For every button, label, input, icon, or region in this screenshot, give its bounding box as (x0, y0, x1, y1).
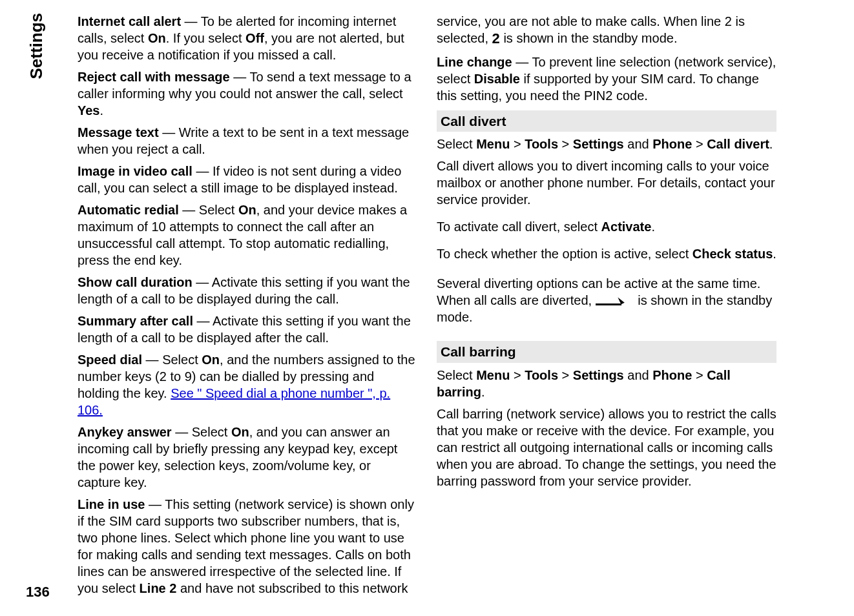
page-sidebar: Settings 136 (26, 13, 58, 602)
para-internet-call-alert: Internet call alert — To be alerted for … (78, 13, 417, 63)
term: Show call duration (78, 275, 193, 289)
text: . (99, 103, 103, 118)
text: . (773, 247, 776, 261)
menu-item: Phone (652, 137, 692, 151)
sep: and (624, 137, 652, 151)
text: . If you select (166, 31, 245, 45)
sep: > (510, 137, 525, 151)
option: Off (245, 31, 264, 45)
text: . (481, 385, 485, 399)
text: and have not subscribed to this network (176, 581, 408, 595)
term: Reject call with message (78, 70, 230, 84)
option: On (148, 31, 166, 45)
menu-item: Tools (525, 137, 558, 151)
option: On (231, 425, 249, 439)
text: is shown in the standby mode. (500, 31, 678, 45)
para-summary-after-call: Summary after call — Activate this setti… (78, 313, 417, 346)
para-line-in-use: Line in use — This setting (network serv… (78, 496, 417, 597)
term: Speed dial (78, 353, 142, 367)
term: Line change (437, 55, 512, 69)
para-line2-continued: service, you are not able to make calls.… (437, 13, 776, 48)
menu-item: Settings (573, 137, 624, 151)
page-container: Settings 136 Internet call alert — To be… (26, 13, 776, 602)
line2-icon: 2 (492, 30, 500, 48)
sep: > (692, 137, 707, 151)
page-number: 136 (26, 583, 58, 602)
divert-arrow-icon (596, 296, 634, 307)
para-speed-dial: Speed dial — Select On, and the numbers … (78, 351, 417, 418)
para-divert-activate: To activate call divert, select Activate… (437, 218, 776, 235)
sep: > (510, 368, 525, 382)
para-barring-path: Select Menu > Tools > Settings and Phone… (437, 367, 776, 400)
sep: > (692, 368, 707, 382)
para-image-video-call: Image in video call — If video is not se… (78, 163, 417, 196)
header-call-barring: Call barring (437, 341, 776, 362)
text: To check whether the option is active, s… (437, 247, 693, 261)
sep: > (558, 137, 573, 151)
sep: and (624, 368, 652, 382)
left-column: Internet call alert — To be alerted for … (78, 13, 417, 602)
term: Anykey answer (78, 425, 172, 439)
text: . (651, 220, 655, 234)
term: Automatic redial (78, 203, 179, 217)
term: Summary after call (78, 314, 193, 328)
para-line-change: Line change — To prevent line selection … (437, 54, 776, 104)
para-show-call-duration: Show call duration — Activate this setti… (78, 274, 417, 307)
text: Select (437, 137, 476, 151)
menu-item: Menu (476, 137, 510, 151)
term: Internet call alert (78, 14, 181, 28)
para-barring-desc: Call barring (network service) allows yo… (437, 406, 776, 489)
text: — Select (179, 203, 238, 217)
para-divert-desc: Call divert allows you to divert incomin… (437, 158, 776, 208)
term: Message text (78, 125, 159, 139)
option: Check status (693, 247, 773, 261)
text: Select (437, 368, 476, 382)
section-label: Settings (26, 13, 58, 79)
content-area: Internet call alert — To be alerted for … (78, 13, 776, 602)
para-divert-multi: Several diverting options can be active … (437, 275, 776, 325)
option: On (238, 203, 256, 217)
term: Line in use (78, 497, 145, 511)
menu-item: Call divert (707, 137, 769, 151)
para-divert-check: To check whether the option is active, s… (437, 245, 776, 262)
menu-item: Menu (476, 368, 510, 382)
menu-item: Settings (573, 368, 624, 382)
para-reject-call: Reject call with message — To send a tex… (78, 68, 417, 119)
menu-item: Phone (652, 368, 692, 382)
para-automatic-redial: Automatic redial — Select On, and your d… (78, 201, 417, 269)
text: — Select (172, 425, 231, 439)
para-divert-path: Select Menu > Tools > Settings and Phone… (437, 136, 776, 152)
right-column: service, you are not able to make calls.… (437, 13, 776, 602)
para-anykey-answer: Anykey answer — Select On, and you can a… (78, 424, 417, 491)
option: Yes (78, 103, 99, 118)
menu-item: Tools (525, 368, 558, 382)
option: On (202, 353, 220, 367)
text: To activate call divert, select (437, 220, 601, 234)
option: Line 2 (140, 581, 177, 595)
text: — Select (142, 353, 202, 367)
text: . (769, 137, 773, 151)
option: Activate (601, 220, 652, 234)
sep: > (558, 368, 573, 382)
para-message-text: Message text — Write a text to be sent i… (78, 124, 417, 158)
term: Image in video call (78, 164, 193, 178)
option: Disable (474, 72, 520, 86)
header-call-divert: Call divert (437, 110, 776, 132)
